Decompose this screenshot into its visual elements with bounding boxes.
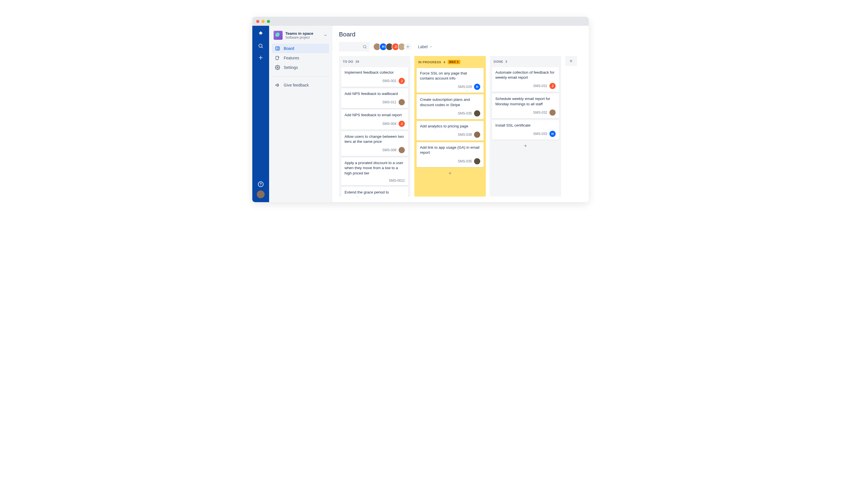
assignee-avatar: J <box>399 78 405 84</box>
card-footer: SMS-035 <box>420 110 480 116</box>
profile-avatar[interactable] <box>257 191 264 198</box>
window-zoom-icon[interactable] <box>267 20 270 23</box>
svg-line-1 <box>262 47 263 48</box>
sidebar-divider <box>272 76 329 76</box>
issue-card[interactable]: Extend the grace period to accounts <box>341 187 408 197</box>
issue-key: SMS-011 <box>382 100 396 104</box>
svg-point-9 <box>363 46 366 48</box>
assignee-avatar <box>474 158 480 164</box>
add-card-button[interactable]: + <box>416 169 484 178</box>
sidebar-item-label: Board <box>284 46 294 51</box>
label-filter[interactable]: Label <box>418 44 432 49</box>
issue-card[interactable]: Schedule weekly email report for Monday … <box>492 93 559 118</box>
assignee-avatar: H <box>549 131 555 137</box>
assignee-filter[interactable]: HJ+ <box>373 43 412 51</box>
add-card-button[interactable]: + <box>492 141 559 151</box>
megaphone-icon <box>275 83 280 88</box>
assignee-avatar: J <box>549 83 555 89</box>
card-title: Extend the grace period to accounts <box>345 190 405 197</box>
issue-card[interactable]: Apply a prorated discount to a user when… <box>341 158 408 185</box>
sidebar-item-label: Settings <box>284 65 298 70</box>
board-column: TO DO29Implement feedback collectorSMS-0… <box>339 56 410 197</box>
issue-key: SMS-0012 <box>389 179 405 183</box>
card-footer: SMS-008 <box>345 147 405 153</box>
issue-card[interactable]: Add NPS feedback to wallboardSMS-011 <box>341 89 408 108</box>
create-icon[interactable] <box>258 55 263 60</box>
card-title: Create subscription plans and discount c… <box>420 97 480 107</box>
add-people-button[interactable]: + <box>404 43 412 51</box>
sidebar-item-label: Features <box>284 56 299 60</box>
svg-rect-4 <box>276 47 279 50</box>
card-footer: SMS-033H <box>495 131 555 137</box>
project-selector[interactable]: Teams in space Software project <box>272 30 329 44</box>
card-title: Add NPS feedback to wallboard <box>345 91 405 96</box>
issue-card[interactable]: Force SSL on any page that contains acco… <box>416 68 484 93</box>
search-input[interactable] <box>339 42 370 52</box>
issue-card[interactable]: Automate collection of feedback for week… <box>492 67 559 92</box>
column-name: DONE <box>494 60 503 63</box>
column-count: 4 <box>444 60 445 64</box>
card-title: Add analytics to pricing page <box>420 124 480 129</box>
card-footer: SMS-001J <box>345 78 405 84</box>
assignee-avatar <box>474 110 480 116</box>
column-name: TO DO <box>343 60 353 63</box>
issue-key: SMS-029 <box>458 85 472 89</box>
add-column-button[interactable]: + <box>565 56 577 66</box>
assignee-avatar <box>399 147 405 153</box>
card-title: Implement feedback collector <box>345 70 405 75</box>
card-title: Add link to app usage (GA) in email repo… <box>420 145 480 155</box>
jira-logo-icon[interactable] <box>258 31 264 37</box>
window-close-icon[interactable] <box>256 20 259 23</box>
issue-card[interactable]: Create subscription plans and discount c… <box>416 94 484 119</box>
features-icon <box>275 55 280 60</box>
sidebar: Teams in space Software project Board Fe… <box>269 26 332 202</box>
card-footer: SMS-011 <box>345 99 405 105</box>
board-column: IN PROGRESS4MAX 3Force SSL on any page t… <box>414 56 486 197</box>
issue-key: SMS-032 <box>533 111 547 114</box>
issue-key: SMS-001 <box>382 79 396 83</box>
search-icon[interactable] <box>258 43 263 49</box>
svg-line-10 <box>365 48 366 49</box>
issue-card[interactable]: Install SSL certificateSMS-033H <box>492 120 559 140</box>
assignee-avatar: J <box>399 121 405 127</box>
issue-key: SMS-008 <box>382 148 396 152</box>
issue-key: SMS-004 <box>382 122 396 126</box>
label-filter-text: Label <box>418 44 428 49</box>
svg-rect-7 <box>276 56 278 60</box>
sidebar-item-settings[interactable]: Settings <box>272 63 329 72</box>
issue-card[interactable]: Allow users to change between two tiers … <box>341 131 408 156</box>
board-toolbar: HJ+ Label <box>339 42 582 52</box>
card-footer: SMS-035 <box>420 158 480 164</box>
issue-key: SMS-031 <box>533 84 547 88</box>
sidebar-item-board[interactable]: Board <box>272 44 329 53</box>
column-count: 3 <box>505 60 508 63</box>
main-content: Board HJ+ Label TO DO29Implement feedbac… <box>332 26 589 202</box>
page-title: Board <box>339 31 582 38</box>
issue-key: SMS-035 <box>458 159 472 163</box>
assignee-avatar <box>549 109 555 115</box>
chevron-down-icon <box>429 45 432 49</box>
card-footer: SMS-004J <box>345 121 405 127</box>
search-icon <box>362 44 367 49</box>
column-header: DONE3 <box>492 59 559 66</box>
issue-card[interactable]: Add analytics to pricing pageSMS-039 <box>416 121 484 141</box>
assignee-avatar: H <box>474 84 480 90</box>
window-minimize-icon[interactable] <box>261 20 264 23</box>
column-header: IN PROGRESS4MAX 3 <box>416 59 484 66</box>
card-title: Automate collection of feedback for week… <box>495 70 555 80</box>
column-count: 29 <box>356 60 359 63</box>
sidebar-item-features[interactable]: Features <box>272 53 329 63</box>
card-footer: SMS-032 <box>495 109 555 115</box>
sidebar-item-feedback[interactable]: Give feedback <box>272 80 329 90</box>
issue-card[interactable]: Add NPS feedback to email reportSMS-004J <box>341 110 408 129</box>
assignee-avatar <box>399 99 405 105</box>
issue-card[interactable]: Implement feedback collectorSMS-001J <box>341 67 408 87</box>
help-icon[interactable]: ? <box>258 181 263 187</box>
issue-card[interactable]: Add link to app usage (GA) in email repo… <box>416 142 484 167</box>
window-titlebar <box>252 17 589 26</box>
app-body: ? Teams in space Software project <box>252 26 589 202</box>
card-footer: SMS-029H <box>420 84 480 90</box>
card-title: Apply a prorated discount to a user when… <box>345 160 405 176</box>
kanban-board: TO DO29Implement feedback collectorSMS-0… <box>339 56 582 197</box>
column-header: TO DO29 <box>341 59 408 66</box>
